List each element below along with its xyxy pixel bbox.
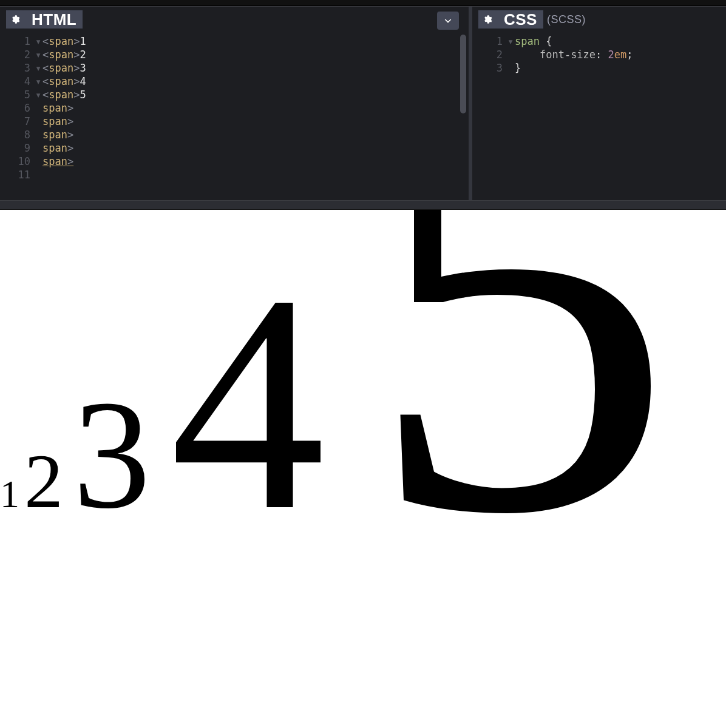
code-content: <span>1 (42, 35, 469, 48)
code-line[interactable]: 2 font-size: 2em; (472, 48, 726, 61)
fold-toggle-icon[interactable]: ▾ (35, 61, 42, 75)
line-number: 5 (0, 88, 35, 101)
preview-span-1: 1 2 3 4 5 (0, 490, 675, 511)
preview-text-2: 2 (24, 438, 63, 524)
fold-toggle-icon (35, 141, 42, 155)
fold-toggle-icon[interactable]: ▾ (35, 75, 42, 88)
code-content: } (515, 61, 726, 75)
fold-toggle-icon (35, 115, 42, 128)
code-line[interactable]: 1▾span { (472, 35, 726, 48)
code-content: <span>4 (42, 75, 469, 88)
code-content (42, 168, 469, 181)
fold-toggle-icon (507, 61, 515, 75)
html-code-editor[interactable]: 1▾<span>12▾<span>23▾<span>34▾<span>45▾<s… (0, 32, 469, 200)
code-content: span> (42, 115, 469, 128)
html-editor-title-chip[interactable]: HTML (6, 10, 83, 29)
line-number: 8 (0, 128, 35, 141)
code-line[interactable]: 10 span> (0, 155, 469, 168)
code-line[interactable]: 3 } (472, 61, 726, 75)
code-line[interactable]: 7 span> (0, 115, 469, 128)
preview-span-4: 4 5 (170, 369, 675, 541)
fold-toggle-icon (35, 101, 42, 115)
html-editor-panel: HTML 1▾<span>12▾<span>23▾<span>34▾<span>… (0, 7, 472, 200)
css-panel-title: CSS (501, 10, 543, 29)
line-number: 11 (0, 168, 35, 181)
output-preview: 1 2 3 4 5 (0, 210, 726, 728)
code-line[interactable]: 9 span> (0, 141, 469, 155)
html-panel-collapse-button[interactable] (437, 12, 459, 30)
html-editor-header: HTML (0, 7, 469, 32)
line-number: 4 (0, 75, 35, 88)
css-editor-panel: CSS (SCSS) 1▾span {2 font-size: 2em;3 } (472, 7, 726, 200)
line-number: 1 (0, 35, 35, 48)
line-number: 6 (0, 101, 35, 115)
window-top-strip (0, 0, 726, 6)
preview-text-4: 4 (170, 231, 325, 575)
css-editor-header: CSS (SCSS) (472, 7, 726, 32)
code-content: span> (42, 128, 469, 141)
fold-toggle-icon[interactable]: ▾ (35, 35, 42, 48)
code-line[interactable]: 8 span> (0, 128, 469, 141)
line-number: 9 (0, 141, 35, 155)
code-line[interactable]: 11 (0, 168, 469, 181)
gear-icon[interactable] (6, 10, 24, 29)
line-number: 3 (0, 61, 35, 75)
line-number: 7 (0, 115, 35, 128)
code-line[interactable]: 2▾<span>2 (0, 48, 469, 61)
fold-toggle-icon (35, 128, 42, 141)
preview-root: 1 2 3 4 5 (0, 210, 675, 655)
code-content: span { (515, 35, 726, 48)
css-code-editor[interactable]: 1▾span {2 font-size: 2em;3 } (472, 32, 726, 200)
fold-toggle-icon (35, 155, 42, 168)
code-content: font-size: 2em; (515, 48, 726, 61)
line-number: 10 (0, 155, 35, 168)
editor-panels: HTML 1▾<span>12▾<span>23▾<span>34▾<span>… (0, 6, 726, 200)
code-content: span> (42, 101, 469, 115)
line-number: 2 (472, 48, 507, 61)
fold-toggle-icon[interactable]: ▾ (35, 88, 42, 101)
code-content: <span>2 (42, 48, 469, 61)
css-panel-subtitle: (SCSS) (547, 13, 586, 26)
preview-text-5: 5 (364, 210, 675, 642)
code-line[interactable]: 4▾<span>4 (0, 75, 469, 88)
preview-text-1: 1 (0, 473, 19, 516)
chevron-down-icon (443, 16, 453, 25)
preview-span-5: 5 (364, 231, 675, 575)
preview-span-2: 2 3 4 5 (24, 473, 675, 516)
code-content: span> (42, 155, 469, 168)
code-line[interactable]: 1▾<span>1 (0, 35, 469, 48)
preview-text-3: 3 (73, 369, 151, 541)
code-content: <span>5 (42, 88, 469, 101)
code-line[interactable]: 6 span> (0, 101, 469, 115)
fold-toggle-icon (507, 48, 515, 61)
code-line[interactable]: 5▾<span>5 (0, 88, 469, 101)
fold-toggle-icon[interactable]: ▾ (35, 48, 42, 61)
code-content: span> (42, 141, 469, 155)
line-number: 1 (472, 35, 507, 48)
editor-output-resizer[interactable] (0, 200, 726, 210)
fold-toggle-icon[interactable]: ▾ (507, 35, 515, 48)
code-content: <span>3 (42, 61, 469, 75)
fold-toggle-icon (35, 168, 42, 181)
gear-icon[interactable] (478, 10, 497, 29)
line-number: 3 (472, 61, 507, 75)
html-panel-title: HTML (29, 10, 83, 29)
line-number: 2 (0, 48, 35, 61)
preview-span-3: 3 4 5 (73, 438, 675, 524)
code-line[interactable]: 3▾<span>3 (0, 61, 469, 75)
css-editor-title-chip[interactable]: CSS (478, 10, 543, 29)
